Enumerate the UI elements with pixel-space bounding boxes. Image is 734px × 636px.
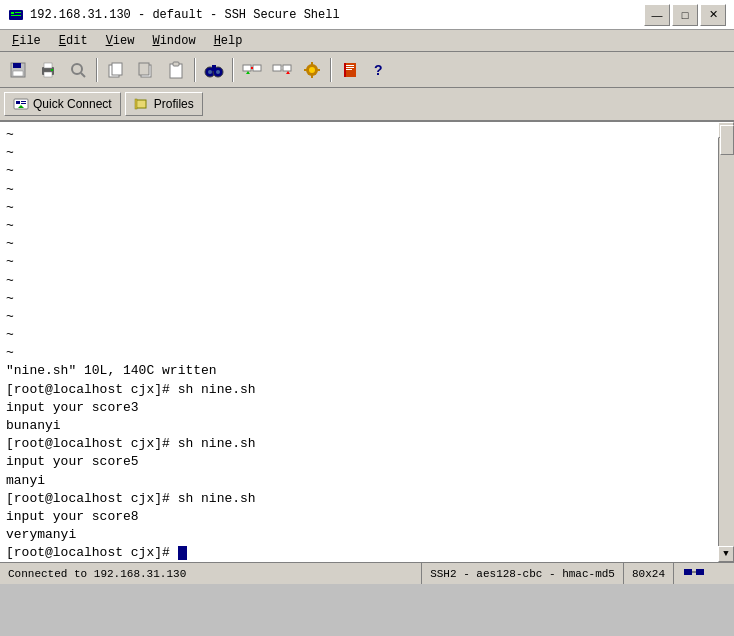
help-button[interactable]: ? bbox=[366, 56, 394, 84]
minimize-button[interactable]: — bbox=[644, 4, 670, 26]
svg-rect-40 bbox=[346, 65, 354, 66]
profiles-label: Profiles bbox=[154, 97, 194, 111]
find-button[interactable] bbox=[64, 56, 92, 84]
title-bar-left: 192.168.31.130 - default - SSH Secure Sh… bbox=[8, 7, 340, 23]
svg-rect-14 bbox=[112, 63, 122, 75]
svg-rect-52 bbox=[696, 569, 704, 575]
binoculars-button[interactable] bbox=[200, 56, 228, 84]
maximize-button[interactable]: □ bbox=[672, 4, 698, 26]
terminal-content: ~ ~ ~ ~ ~ ~ ~ ~ ~ ~ ~ ~ ~ "nine.sh" 10L,… bbox=[0, 122, 718, 562]
menu-bar: File Edit View Window Help bbox=[0, 30, 734, 52]
app-icon bbox=[8, 7, 24, 23]
menu-edit[interactable]: Edit bbox=[51, 32, 96, 50]
svg-rect-49 bbox=[136, 100, 146, 108]
window-title: 192.168.31.130 - default - SSH Secure Sh… bbox=[30, 8, 340, 22]
scrollbar-vertical[interactable]: ▲ ▼ bbox=[718, 122, 734, 562]
svg-rect-41 bbox=[346, 67, 354, 68]
svg-rect-29 bbox=[283, 65, 291, 71]
print-button[interactable] bbox=[34, 56, 62, 84]
profiles-button[interactable]: Profiles bbox=[125, 92, 203, 116]
svg-point-22 bbox=[216, 70, 220, 74]
connected-text: Connected to 192.168.31.130 bbox=[8, 568, 186, 580]
svg-rect-28 bbox=[273, 65, 281, 71]
svg-rect-23 bbox=[212, 65, 216, 71]
cursor bbox=[178, 546, 187, 560]
scroll-down-button[interactable]: ▼ bbox=[718, 546, 734, 562]
svg-rect-51 bbox=[684, 569, 692, 575]
status-bar: Connected to 192.168.31.130 SSH2 - aes12… bbox=[0, 562, 734, 584]
svg-rect-47 bbox=[21, 103, 26, 104]
svg-line-12 bbox=[81, 73, 85, 77]
svg-rect-9 bbox=[44, 72, 52, 77]
title-bar-controls: — □ ✕ bbox=[644, 4, 726, 26]
quickconnect-bar: Quick Connect Profiles bbox=[0, 88, 734, 122]
addressbook-button[interactable] bbox=[336, 56, 364, 84]
menu-window[interactable]: Window bbox=[144, 32, 203, 50]
svg-rect-1 bbox=[11, 12, 14, 14]
connect-button[interactable] bbox=[238, 56, 266, 84]
svg-rect-16 bbox=[139, 63, 149, 75]
copy-button[interactable] bbox=[132, 56, 160, 84]
status-dimensions: 80x24 bbox=[624, 563, 674, 584]
toolbar-separator-3 bbox=[232, 58, 234, 82]
svg-rect-42 bbox=[346, 69, 352, 70]
toolbar: ? bbox=[0, 52, 734, 88]
paste-button[interactable] bbox=[162, 56, 190, 84]
svg-rect-8 bbox=[44, 63, 52, 68]
settings-button[interactable] bbox=[298, 56, 326, 84]
scrollbar-thumb[interactable] bbox=[720, 125, 734, 155]
dimensions-text: 80x24 bbox=[632, 568, 665, 580]
svg-rect-24 bbox=[243, 65, 251, 71]
menu-view[interactable]: View bbox=[98, 32, 143, 50]
menu-file[interactable]: File bbox=[4, 32, 49, 50]
menu-help[interactable]: Help bbox=[206, 32, 251, 50]
svg-point-11 bbox=[72, 64, 82, 74]
svg-rect-53 bbox=[692, 571, 696, 573]
svg-rect-46 bbox=[21, 101, 26, 102]
terminal-area[interactable]: ~ ~ ~ ~ ~ ~ ~ ~ ~ ~ ~ ~ ~ "nine.sh" 10L,… bbox=[0, 122, 734, 562]
svg-rect-37 bbox=[317, 69, 320, 71]
toolbar-separator-2 bbox=[194, 58, 196, 82]
svg-text:?: ? bbox=[374, 62, 383, 78]
terminal-text: ~ ~ ~ ~ ~ ~ ~ ~ ~ ~ ~ ~ ~ "nine.sh" 10L,… bbox=[6, 126, 712, 562]
status-encryption: SSH2 - aes128-cbc - hmac-md5 bbox=[422, 563, 624, 584]
svg-rect-35 bbox=[311, 75, 313, 78]
status-extra bbox=[674, 563, 734, 584]
close-button[interactable]: ✕ bbox=[700, 4, 726, 26]
svg-rect-25 bbox=[253, 65, 261, 71]
toolbar-separator-4 bbox=[330, 58, 332, 82]
new-connection-button[interactable] bbox=[102, 56, 130, 84]
save-button[interactable] bbox=[4, 56, 32, 84]
svg-rect-5 bbox=[13, 63, 21, 68]
quick-connect-button[interactable]: Quick Connect bbox=[4, 92, 121, 116]
svg-point-33 bbox=[309, 67, 315, 73]
svg-rect-10 bbox=[51, 69, 53, 71]
title-bar: 192.168.31.130 - default - SSH Secure Sh… bbox=[0, 0, 734, 30]
toolbar-separator-1 bbox=[96, 58, 98, 82]
svg-rect-6 bbox=[13, 71, 23, 76]
svg-rect-34 bbox=[311, 62, 313, 65]
svg-rect-36 bbox=[304, 69, 307, 71]
disconnect-button[interactable] bbox=[268, 56, 296, 84]
svg-rect-50 bbox=[135, 99, 137, 109]
svg-rect-3 bbox=[11, 15, 21, 16]
quick-connect-label: Quick Connect bbox=[33, 97, 112, 111]
svg-rect-45 bbox=[16, 101, 20, 104]
svg-point-21 bbox=[208, 70, 212, 74]
svg-rect-2 bbox=[15, 12, 21, 13]
status-connected: Connected to 192.168.31.130 bbox=[0, 563, 422, 584]
svg-rect-18 bbox=[173, 62, 179, 66]
encryption-text: SSH2 - aes128-cbc - hmac-md5 bbox=[430, 568, 615, 580]
